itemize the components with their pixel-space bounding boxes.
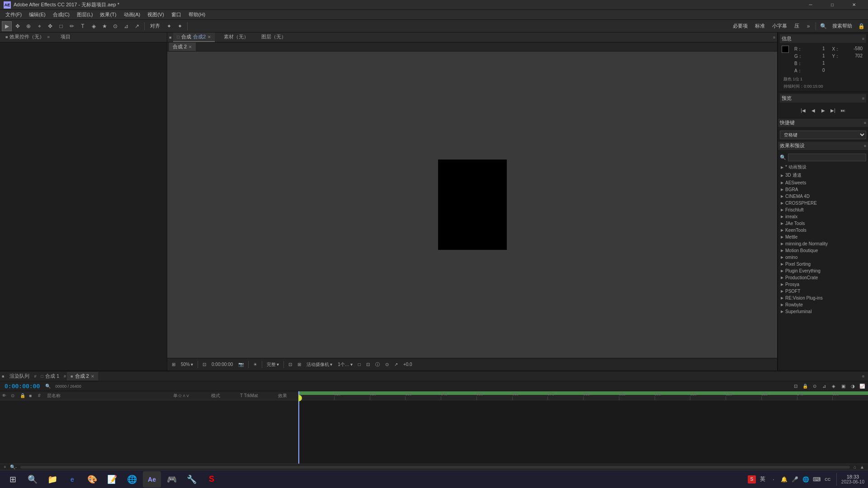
effects-search-input[interactable] xyxy=(788,154,866,161)
effect-cat-frischluft[interactable]: ▶Frischluft xyxy=(778,206,868,213)
small-font-btn[interactable]: 小字幕 xyxy=(769,21,790,31)
effect-cat-aesweets[interactable]: ▶AESweets xyxy=(778,179,868,186)
menu-help[interactable]: 帮助(H) xyxy=(185,10,209,20)
tray-keyboard[interactable]: ⌨ xyxy=(813,475,821,483)
effect-cat-motionboutique[interactable]: ▶Motion Boutique xyxy=(778,247,868,254)
viewer-exposure-btn[interactable]: ☀ xyxy=(251,361,259,367)
menu-composition[interactable]: 合成(C) xyxy=(49,10,73,20)
taskbar-start[interactable]: ⊞ xyxy=(4,471,22,488)
viewer-toggle-btn[interactable]: ⊡ xyxy=(287,361,294,367)
tl-solo-btn[interactable]: ⊡ xyxy=(792,383,800,390)
menu-animation[interactable]: 动画(A) xyxy=(120,10,144,20)
viewer-fit-btn[interactable]: ⊡ xyxy=(201,361,208,367)
effect-cat-jaetools[interactable]: ▶JAe Tools xyxy=(778,220,868,227)
render-queue-tab[interactable]: 渲染队列 xyxy=(6,372,33,380)
minimize-button[interactable]: ─ xyxy=(800,0,821,10)
search-help-btn[interactable]: 搜索帮助 xyxy=(829,21,855,31)
effects-header[interactable]: 效果和预设 ≡ xyxy=(778,141,868,150)
required-btn[interactable]: 必要项 xyxy=(730,21,751,31)
effect-cat-productioncrate[interactable]: ▶ProductionCrate xyxy=(778,274,868,281)
menu-window[interactable]: 窗口 xyxy=(168,10,185,20)
effect-cat-superluminal[interactable]: ▶Superluminal xyxy=(778,308,868,315)
tl-home-btn[interactable]: ⌂ xyxy=(852,465,858,469)
subtab-close[interactable]: ✕ xyxy=(189,45,192,49)
taskbar-app3[interactable]: 🎮 xyxy=(163,471,181,488)
close-button[interactable]: ✕ xyxy=(844,0,864,10)
effect-cat-cinema4d[interactable]: ▶CINEMA 4D xyxy=(778,193,868,200)
tool-text[interactable]: T xyxy=(78,21,88,31)
effect-cat-bgra[interactable]: ▶BGRA xyxy=(778,186,868,193)
effect-cat-keentools[interactable]: ▶KeenTools xyxy=(778,227,868,234)
comp2-tab[interactable]: ■ 合成 2 ✕ xyxy=(67,372,98,380)
tl-motion-blur-btn[interactable]: ◑ xyxy=(849,383,857,390)
tool-extra-2[interactable]: ✦ xyxy=(175,21,185,31)
effect-cat-normality[interactable]: ▶minning.de Normality xyxy=(778,240,868,247)
viewer-zoom-select[interactable]: 50% ▾ xyxy=(179,361,195,367)
info-panel-menu[interactable]: ≡ xyxy=(862,37,864,41)
effect-cat-crossphere[interactable]: ▶CROSSPHERE xyxy=(778,200,868,206)
menu-file[interactable]: 文件(F) xyxy=(2,10,25,20)
viewer-view-btn[interactable]: □ xyxy=(356,361,363,367)
shortcuts-header[interactable]: 快捷键 ≡ xyxy=(778,118,868,127)
viewer-3d-btn[interactable]: ⊡ xyxy=(364,361,372,367)
preview-header[interactable]: 预览 ≡ xyxy=(780,94,866,103)
effect-cat-3d[interactable]: ▶3D 通道 xyxy=(778,171,868,179)
tray-input-method[interactable]: S xyxy=(748,475,756,483)
tool-brush[interactable]: ◈ xyxy=(89,21,99,31)
tool-pen[interactable]: ✏ xyxy=(67,21,77,31)
effect-cat-animation-preset[interactable]: ▶* 动画预设 xyxy=(778,163,868,171)
viewer-info-btn[interactable]: ⓘ xyxy=(373,361,382,368)
comp2-tab-close[interactable]: ✕ xyxy=(91,374,94,379)
prev-play-btn[interactable]: ▶ xyxy=(819,106,827,114)
viewer-preview-btn[interactable]: ⊙ xyxy=(383,361,391,367)
tool-extra-1[interactable]: ✦ xyxy=(164,21,174,31)
tool-clone[interactable]: ★ xyxy=(99,21,109,31)
tool-select[interactable]: ▶ xyxy=(2,21,12,31)
tool-hand[interactable]: ✥ xyxy=(13,21,23,31)
tl-quality-btn[interactable]: ◈ xyxy=(830,383,838,390)
tray-cc[interactable]: CC xyxy=(824,475,832,483)
panel-menu-btn[interactable]: ≡ xyxy=(773,35,775,40)
effect-cat-mettle[interactable]: ▶Mettle xyxy=(778,234,868,240)
menu-edit[interactable]: 编辑(E) xyxy=(25,10,49,20)
viewer-snapshot-btn[interactable]: 📷 xyxy=(236,361,245,367)
viewer-timecode[interactable]: 0:00:00:00 xyxy=(210,361,235,367)
effect-cat-psoft[interactable]: ▶PSOFT xyxy=(778,288,868,295)
effect-cat-rowbyte[interactable]: ▶Rowbyte xyxy=(778,301,868,308)
compress-btn[interactable]: 压 xyxy=(791,21,802,31)
menu-effect[interactable]: 效果(T) xyxy=(96,10,120,20)
viewer-view-count[interactable]: 1个… ▾ xyxy=(336,361,354,368)
search-btn[interactable]: 🔍 xyxy=(818,21,828,31)
effect-cat-revision[interactable]: ▶RE:Vision Plug-ins xyxy=(778,295,868,301)
taskbar-app2[interactable]: 📝 xyxy=(103,471,121,488)
viewer-region-btn[interactable]: ⊞ xyxy=(170,361,177,367)
effect-cat-omino[interactable]: ▶omino xyxy=(778,254,868,261)
footage-tab[interactable]: 素材（无） xyxy=(220,33,252,42)
prev-last-btn[interactable]: ⏭ xyxy=(839,106,847,114)
align-button[interactable]: 对齐 xyxy=(147,21,163,31)
tl-frame-blend-btn[interactable]: ▣ xyxy=(839,383,847,390)
effects-controls-tab[interactable]: ■ 效果控件（无） ≡ xyxy=(2,33,53,42)
tool-roto[interactable]: ⊿ xyxy=(121,21,131,31)
tool-eraser[interactable]: ⊙ xyxy=(110,21,120,31)
taskbar-clock[interactable]: 18:33 2023-06-10 xyxy=(841,474,864,484)
tl-shy-btn[interactable]: ⊙ xyxy=(811,383,819,390)
maximize-button[interactable]: □ xyxy=(822,0,843,10)
taskbar-search[interactable]: 🔍 xyxy=(24,471,42,488)
timeline-timecode[interactable]: 0:00:00:00 xyxy=(2,383,42,389)
tray-dot[interactable]: · xyxy=(769,475,778,483)
lock-btn[interactable]: 🔒 xyxy=(856,21,866,31)
effect-cat-plugineverything[interactable]: ▶Plugin Everything xyxy=(778,267,868,274)
effect-cat-prosya[interactable]: ▶Prosya xyxy=(778,281,868,288)
comp-subtab[interactable]: 合成 2 ✕ xyxy=(169,42,196,51)
tray-mic[interactable]: 🎤 xyxy=(791,475,799,483)
prev-forward-btn[interactable]: ▶| xyxy=(829,106,837,114)
comp-tab-composition[interactable]: □ 合成 合成2 ✕ xyxy=(173,33,215,42)
tl-lock-btn[interactable]: 🔒 xyxy=(801,383,809,390)
timeline-menu-btn[interactable]: ≡ xyxy=(860,374,866,379)
tl-search-btn[interactable]: 🔍 xyxy=(44,383,52,390)
taskbar-ie[interactable]: e xyxy=(63,471,81,488)
viewer-flow-btn[interactable]: ↗ xyxy=(392,361,400,367)
viewer-grid-btn[interactable]: ⊞ xyxy=(296,361,303,367)
tool-rect[interactable]: □ xyxy=(56,21,66,31)
